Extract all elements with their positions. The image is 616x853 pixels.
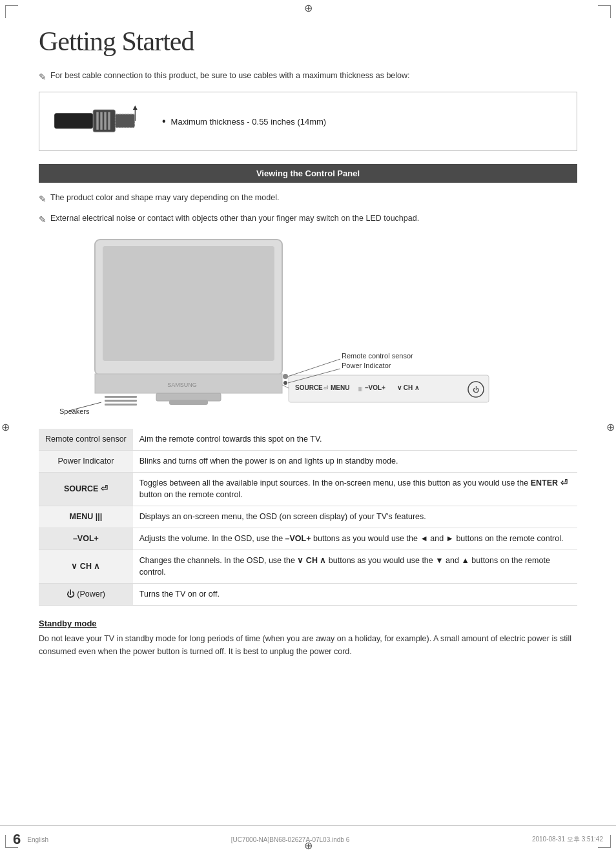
note-icon-1: ✎ xyxy=(39,70,46,84)
table-cell-desc: Changes the channels. In the OSD, use th… xyxy=(133,550,577,584)
section-header: Viewing the Control Panel xyxy=(39,164,577,183)
language-label: English xyxy=(27,836,48,843)
svg-text:∨ CH ∧: ∨ CH ∧ xyxy=(397,384,419,391)
svg-rect-17 xyxy=(105,400,137,402)
standby-title: Standby mode xyxy=(39,619,577,628)
table-row: Power Indicator Blinks and turns off whe… xyxy=(39,450,577,472)
svg-text:Speakers: Speakers xyxy=(59,407,90,415)
table-cell-label: –VOL+ xyxy=(39,528,133,550)
tv-diagram-svg: SAMSUNG Speakers SOURCE ⏎ MENU ||| –VOL+ xyxy=(56,233,560,427)
label-power: ⏻ (Power) xyxy=(67,590,105,599)
svg-rect-2 xyxy=(96,112,98,129)
svg-point-32 xyxy=(283,381,287,385)
label-source: SOURCE ⏎ xyxy=(64,484,108,493)
cable-note: ✎ For best cable connection to this prod… xyxy=(39,70,577,84)
table-cell-label: ⏻ (Power) xyxy=(39,584,133,606)
bottom-bar: 6 English [UC7000-NA]BN68-02627A-07L03.i… xyxy=(0,825,616,853)
table-cell-desc: Blinks and turns off when the power is o… xyxy=(133,450,577,472)
svg-rect-6 xyxy=(115,114,134,128)
svg-rect-0 xyxy=(54,113,93,128)
table-row: SOURCE ⏎ Toggles between all the availab… xyxy=(39,472,577,506)
standby-section: Standby mode Do not leave your TV in sta… xyxy=(39,619,577,658)
cable-text: • Maximum thickness - 0.55 inches (14mm) xyxy=(162,116,326,127)
svg-text:Remote control sensor: Remote control sensor xyxy=(342,352,413,360)
table-row: –VOL+ Adjusts the volume. In the OSD, us… xyxy=(39,528,577,550)
footer-right: 2010-08-31 오후 3:51:42 xyxy=(532,835,603,844)
table-cell-label: Remote control sensor xyxy=(39,429,133,450)
table-cell-label: SOURCE ⏎ xyxy=(39,472,133,506)
svg-rect-16 xyxy=(105,396,137,398)
table-cell-label: MENU ||| xyxy=(39,506,133,528)
page-number-box: 6 English xyxy=(13,831,48,848)
table-row: ⏻ (Power) Turns the TV on or off. xyxy=(39,584,577,606)
control-table: Remote control sensor Aim the remote con… xyxy=(39,429,577,606)
label-remote-sensor: Remote control sensor xyxy=(45,435,127,444)
control-note-2: ✎ External electrical noise or contact w… xyxy=(39,212,577,227)
svg-line-33 xyxy=(288,359,340,376)
note-icon-3: ✎ xyxy=(39,213,46,227)
table-cell-desc: Toggles between all the available input … xyxy=(133,472,577,506)
label-menu: MENU ||| xyxy=(69,512,102,521)
svg-text:SAMSUNG: SAMSUNG xyxy=(167,382,197,388)
table-cell-desc: Aim the remote control towards this spot… xyxy=(133,429,577,450)
table-cell-desc: Turns the TV on or off. xyxy=(133,584,577,606)
table-row: ∨ CH ∧ Changes the channels. In the OSD,… xyxy=(39,550,577,584)
footer-left: [UC7000-NA]BN68-02627A-07L03.indb 6 xyxy=(231,836,349,843)
label-power-indicator: Power Indicator xyxy=(57,457,114,466)
svg-text:⏻: ⏻ xyxy=(473,386,479,393)
svg-marker-8 xyxy=(133,105,138,110)
svg-point-31 xyxy=(283,374,288,379)
control-note-1: ✎ The product color and shape may vary d… xyxy=(39,192,577,206)
svg-rect-5 xyxy=(108,112,110,129)
cable-svg xyxy=(52,102,143,141)
bullet: • xyxy=(162,116,166,127)
label-vol: –VOL+ xyxy=(73,534,99,543)
table-cell-desc: Displays an on-screen menu, the OSD (on … xyxy=(133,506,577,528)
svg-text:SOURCE: SOURCE xyxy=(295,384,323,391)
label-ch: ∨ CH ∧ xyxy=(71,562,100,571)
svg-rect-1 xyxy=(93,110,115,132)
standby-text: Do not leave your TV in standby mode for… xyxy=(39,632,577,658)
table-cell-label: Power Indicator xyxy=(39,450,133,472)
svg-text:⏎: ⏎ xyxy=(323,385,329,391)
svg-text:|||: ||| xyxy=(358,385,362,391)
table-cell-label: ∨ CH ∧ xyxy=(39,550,133,584)
page-number: 6 xyxy=(13,831,21,848)
page-content: Getting Started ✎ For best cable connect… xyxy=(0,0,616,697)
note-icon-2: ✎ xyxy=(39,192,46,206)
svg-text:Power Indicator: Power Indicator xyxy=(342,362,391,369)
svg-rect-3 xyxy=(100,112,102,129)
table-row: Remote control sensor Aim the remote con… xyxy=(39,429,577,450)
svg-rect-18 xyxy=(105,404,137,406)
cable-box: • Maximum thickness - 0.55 inches (14mm) xyxy=(39,92,577,151)
svg-rect-11 xyxy=(103,246,274,361)
table-cell-desc: Adjusts the volume. In the OSD, use the … xyxy=(133,528,577,550)
svg-rect-4 xyxy=(104,112,106,129)
svg-rect-15 xyxy=(169,400,208,405)
tv-diagram-wrapper: SAMSUNG Speakers SOURCE ⏎ MENU ||| –VOL+ xyxy=(56,233,560,429)
page-title: Getting Started xyxy=(39,26,577,57)
svg-line-30 xyxy=(282,385,289,388)
svg-text:MENU: MENU xyxy=(331,384,349,391)
svg-text:–VOL+: –VOL+ xyxy=(365,384,385,391)
table-row: MENU ||| Displays an on-screen menu, the… xyxy=(39,506,577,528)
